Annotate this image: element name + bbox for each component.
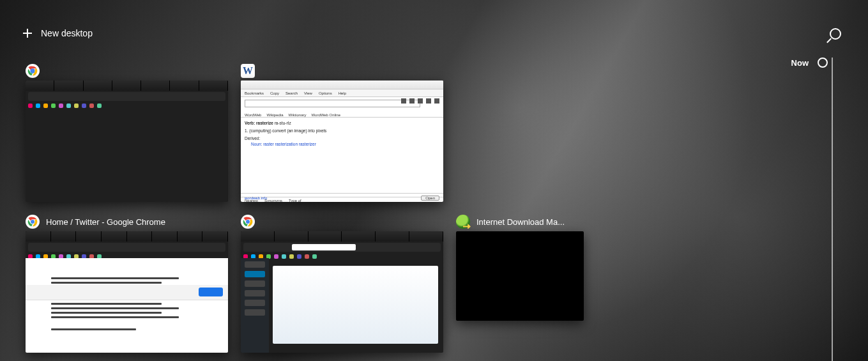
- window-thumbnail: [241, 231, 443, 353]
- window-thumbnail: [26, 81, 228, 202]
- idm-icon: [456, 215, 470, 229]
- chrome-icon: [26, 215, 40, 229]
- timeline-now-marker[interactable]: Now: [791, 58, 849, 68]
- timeline-dot-icon: [818, 58, 828, 68]
- new-desktop-label: New desktop: [41, 28, 93, 38]
- window-thumbnail: BookmarksCopySearchViewOptionsHelp WordW…: [241, 81, 443, 202]
- window-title: Home / Twitter - Google Chrome: [46, 217, 165, 227]
- task-row: W BookmarksCopySearchViewOptionsHelp Wor…: [26, 64, 584, 202]
- timeline-track[interactable]: [832, 58, 833, 361]
- window-thumbnail: [26, 231, 228, 353]
- chrome-icon: [241, 215, 255, 229]
- window-tile-chrome-twitter[interactable]: Home / Twitter - Google Chrome: [26, 215, 228, 353]
- plus-icon: [23, 29, 32, 38]
- svg-point-6: [246, 220, 250, 224]
- window-tile-idm[interactable]: Internet Download Ma...: [456, 215, 584, 353]
- window-title: Internet Download Ma...: [476, 217, 565, 227]
- task-row: Home / Twitter - Google Chrome: [26, 215, 584, 353]
- svg-point-4: [31, 220, 34, 224]
- task-view-grid: W BookmarksCopySearchViewOptionsHelp Wor…: [26, 64, 584, 353]
- window-tile-wordweb[interactable]: W BookmarksCopySearchViewOptionsHelp Wor…: [241, 64, 443, 202]
- search-icon: [830, 28, 841, 40]
- timeline-now-label: Now: [791, 58, 809, 68]
- new-desktop-button[interactable]: New desktop: [23, 28, 93, 38]
- window-tile-chrome-wp[interactable]: [241, 215, 443, 353]
- wordweb-icon: W: [241, 64, 255, 78]
- window-thumbnail: [456, 231, 584, 321]
- chrome-icon: [26, 64, 40, 78]
- window-tile-chrome-1[interactable]: [26, 64, 228, 202]
- search-button[interactable]: [830, 28, 841, 40]
